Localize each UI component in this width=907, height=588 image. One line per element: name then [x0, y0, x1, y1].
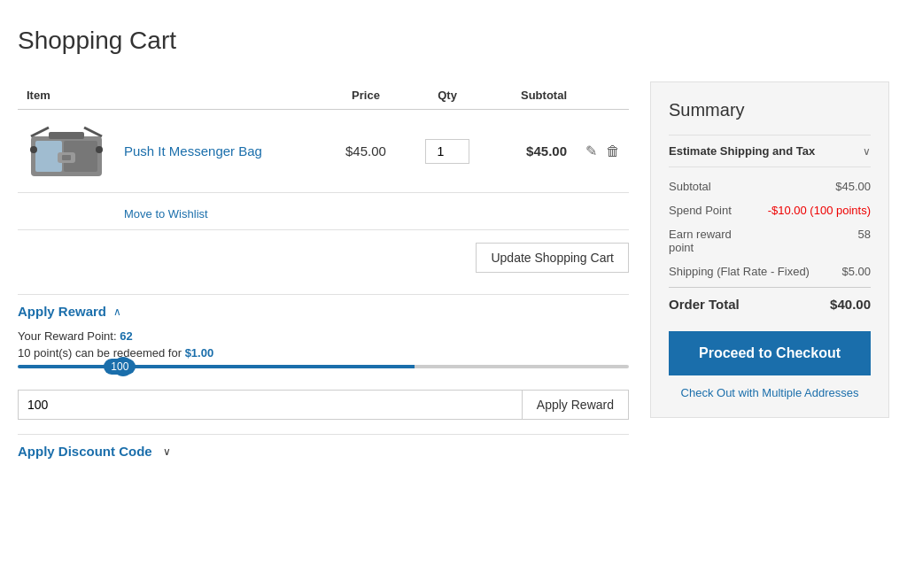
svg-rect-3: [49, 132, 84, 139]
reward-points-label: Your Reward Point:: [18, 329, 117, 343]
subtotal-value: $45.00: [835, 180, 871, 193]
svg-line-4: [31, 128, 49, 136]
slider-row: 100: [18, 365, 629, 368]
order-total-label: Order Total: [669, 297, 740, 312]
svg-point-9: [96, 146, 103, 153]
summary-row-order-total: Order Total $40.00: [669, 287, 871, 317]
shipping-value: $5.00: [841, 265, 871, 278]
table-row: Push It Messenger Bag $45.00 $45.00 ✎ 🗑: [18, 110, 629, 193]
qty-input[interactable]: [425, 139, 469, 164]
spend-point-label: Spend Point: [669, 204, 732, 217]
product-price-cell: $45.00: [326, 110, 405, 193]
summary-row-shipping: Shipping (Flat Rate - Fixed) $5.00: [669, 259, 871, 283]
product-image: [27, 119, 106, 181]
summary-section: Summary Estimate Shipping and Tax ∨ Subt…: [650, 81, 889, 459]
apply-discount-toggle[interactable]: Apply Discount Code ∨: [18, 444, 629, 459]
product-subtotal-cell: $45.00: [489, 110, 576, 193]
page-container: Shopping Cart Item Price Qty Subtotal: [0, 0, 907, 485]
earn-reward-label: Earn rewardpoint: [669, 228, 732, 254]
summary-title: Summary: [669, 100, 871, 120]
main-layout: Item Price Qty Subtotal: [18, 81, 889, 459]
col-subtotal-header: Subtotal: [489, 81, 576, 110]
summary-row-earn-reward: Earn rewardpoint 58: [669, 222, 871, 259]
cart-section: Item Price Qty Subtotal: [18, 81, 629, 459]
earn-reward-value: 58: [858, 228, 871, 254]
product-actions-cell: ✎ 🗑: [576, 110, 629, 193]
product-qty-cell: [406, 110, 490, 193]
estimate-shipping-label: Estimate Shipping and Tax: [669, 144, 815, 158]
summary-row-subtotal: Subtotal $45.00: [669, 174, 871, 198]
summary-rows: Subtotal $45.00 Spend Point -$10.00 (100…: [669, 174, 871, 317]
product-image-cell: [18, 110, 115, 193]
svg-rect-7: [62, 155, 71, 160]
cart-actions: Update Shopping Cart: [18, 230, 629, 285]
wishlist-cell: Move to Wishlist: [115, 193, 629, 230]
subtotal-label: Subtotal: [669, 180, 711, 193]
col-actions-header: [576, 81, 629, 110]
cart-table: Item Price Qty Subtotal: [18, 81, 629, 230]
apply-reward-toggle[interactable]: Apply Reward ∧: [18, 304, 629, 319]
apply-reward-label: Apply Reward: [18, 304, 106, 319]
cart-table-header: Item Price Qty Subtotal: [18, 81, 629, 110]
edit-icon[interactable]: ✎: [585, 143, 597, 159]
slider-wrapper: 100: [18, 363, 629, 381]
apply-reward-button[interactable]: Apply Reward: [522, 390, 629, 420]
spend-point-value: -$10.00 (100 points): [768, 204, 871, 217]
discount-chevron-icon: ∨: [163, 445, 171, 458]
product-name-link[interactable]: Push It Messenger Bag: [124, 143, 262, 159]
apply-discount-section: Apply Discount Code ∨: [18, 434, 629, 459]
apply-discount-label: Apply Discount Code: [18, 444, 152, 459]
col-price-header: Price: [326, 81, 405, 110]
page-title: Shopping Cart: [18, 27, 889, 55]
action-icons: ✎ 🗑: [585, 143, 620, 159]
shipping-label: Shipping (Flat Rate - Fixed): [669, 265, 810, 278]
svg-point-8: [30, 146, 37, 153]
update-cart-button[interactable]: Update Shopping Cart: [476, 243, 629, 273]
estimate-shipping-row[interactable]: Estimate Shipping and Tax ∨: [669, 135, 871, 167]
summary-panel: Summary Estimate Shipping and Tax ∨ Subt…: [650, 81, 889, 418]
reward-chevron-icon: ∧: [113, 306, 121, 318]
reward-info-row1: Your Reward Point: 62: [18, 329, 629, 343]
apply-reward-section: Apply Reward ∧ Your Reward Point: 62 10 …: [18, 294, 629, 420]
shipping-chevron-icon: ∨: [863, 145, 871, 158]
svg-line-5: [84, 128, 102, 136]
checkout-multiple-addresses-link[interactable]: Check Out with Multiple Addresses: [669, 386, 871, 399]
order-total-value: $40.00: [830, 297, 871, 312]
reward-points-value: 62: [120, 329, 132, 343]
reward-input-row: Apply Reward: [18, 390, 629, 420]
summary-row-spend-point: Spend Point -$10.00 (100 points): [669, 198, 871, 222]
checkout-button[interactable]: Proceed to Checkout: [669, 331, 871, 375]
move-to-wishlist-link[interactable]: Move to Wishlist: [124, 207, 208, 220]
wishlist-spacer: [18, 193, 115, 230]
reward-amount-input[interactable]: [18, 390, 522, 420]
wishlist-row: Move to Wishlist: [18, 193, 629, 230]
delete-icon[interactable]: 🗑: [606, 143, 620, 159]
reward-slider[interactable]: [18, 365, 629, 368]
col-qty-header: Qty: [406, 81, 490, 110]
col-item-header: Item: [18, 81, 326, 110]
product-name-cell: Push It Messenger Bag: [115, 110, 326, 193]
